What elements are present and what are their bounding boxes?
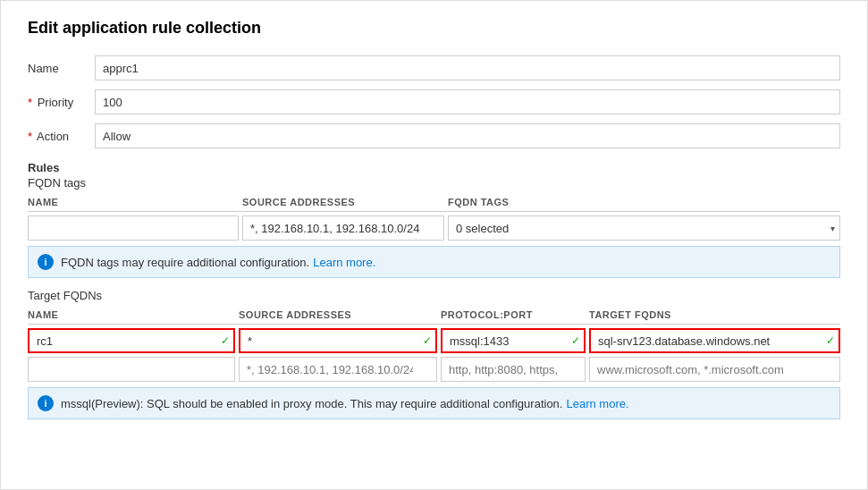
- target-fqdns-info-bar: i mssql(Preview): SQL should be enabled …: [28, 387, 840, 419]
- target-row2-target-input[interactable]: [589, 357, 840, 382]
- fqdn-tags-info-icon: i: [38, 254, 54, 270]
- fqdn-tags-learn-more-link[interactable]: Learn more.: [313, 256, 375, 269]
- target-fqdns-info-icon: i: [38, 395, 54, 411]
- fqdn-tags-name-input[interactable]: [28, 215, 239, 241]
- fqdn-tags-info-text: FQDN tags may require additional configu…: [61, 256, 309, 269]
- target-col-src-header: SOURCE ADDRESSES: [239, 309, 441, 320]
- target-fqdns-learn-more-link[interactable]: Learn more.: [566, 397, 628, 410]
- target-col-proto-header: PROTOCOL:PORT: [441, 309, 589, 320]
- target-fqdns-row-2: [28, 357, 840, 382]
- priority-required-star: *: [28, 96, 32, 109]
- target-fqdns-row-1: ✓ ✓ ✓ ✓: [28, 328, 840, 353]
- target-row1-target-input[interactable]: [589, 328, 840, 353]
- target-fqdns-info-text: mssql(Preview): SQL should be enabled in…: [61, 397, 562, 410]
- target-col-name-header: NAME: [28, 309, 239, 320]
- fqdn-tags-row-1: 0 selected ▾: [28, 215, 840, 241]
- fqdn-tags-dropdown[interactable]: 0 selected: [448, 215, 840, 241]
- target-fqdns-label: Target FQDNs: [28, 289, 840, 302]
- target-row2-src-input[interactable]: [239, 357, 437, 382]
- fqdn-tags-col-name-header: NAME: [28, 197, 242, 207]
- target-row2-proto-input[interactable]: [441, 357, 586, 382]
- priority-label: * Priority: [28, 96, 95, 109]
- target-row1-name-input[interactable]: [28, 328, 235, 353]
- target-row1-src-input[interactable]: [239, 328, 437, 353]
- fqdn-tags-info-bar: i FQDN tags may require additional confi…: [28, 246, 840, 278]
- name-input[interactable]: [95, 55, 840, 80]
- rules-section-label: Rules: [28, 161, 840, 174]
- target-row2-name-input[interactable]: [28, 357, 235, 382]
- action-input[interactable]: [95, 123, 840, 148]
- action-required-star: *: [28, 130, 32, 143]
- page-title: Edit application rule collection: [28, 19, 840, 38]
- name-label: Name: [28, 62, 95, 75]
- fqdn-tags-label: FQDN tags: [28, 176, 840, 190]
- fqdn-tags-col-src-header: SOURCE ADDRESSES: [242, 197, 448, 207]
- target-row1-proto-input[interactable]: [441, 328, 586, 353]
- fqdn-tags-src-input[interactable]: [242, 215, 444, 241]
- fqdn-tags-col-tags-header: FQDN TAGS: [448, 197, 840, 207]
- target-col-target-header: TARGET FQDNS: [589, 309, 840, 320]
- action-label: * Action: [28, 130, 95, 143]
- priority-input[interactable]: [95, 89, 840, 114]
